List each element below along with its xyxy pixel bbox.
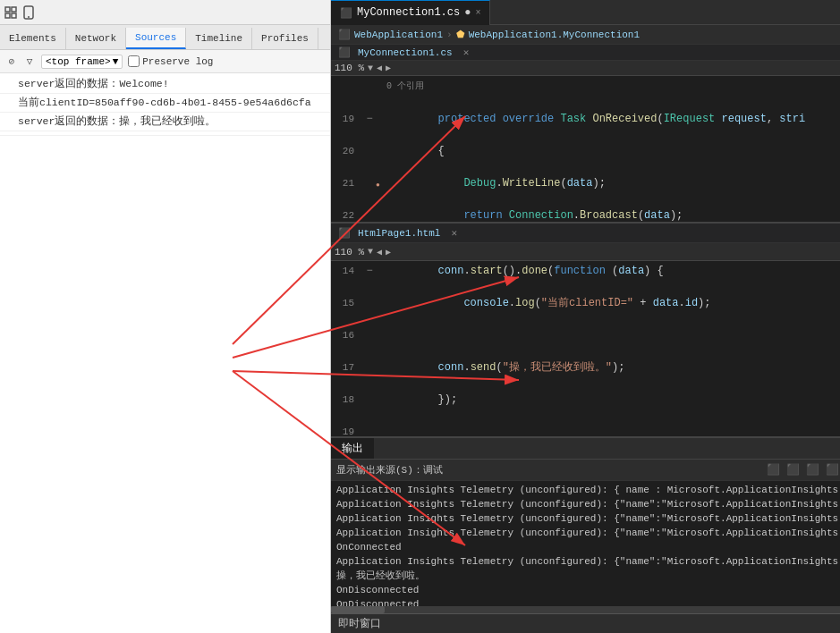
output-line: OnDisconnected	[336, 597, 840, 606]
code-scroll-top[interactable]: 0 个引用 19− protected override Task OnRece…	[331, 76, 840, 222]
zoom-left-btn-2[interactable]: ◀	[377, 247, 382, 257]
toolbar-icon-1[interactable]: ⬛	[765, 462, 781, 478]
tab-profiles[interactable]: Profiles	[252, 28, 318, 49]
toolbar-icon-4[interactable]: ⬛	[824, 462, 840, 478]
output-panel: 输出 显示输出来源(S)：调试 ⬛ ⬛ ⬛ ⬛ ≡ ≡ Application …	[331, 436, 840, 633]
output-toolbar: 显示输出来源(S)：调试 ⬛ ⬛ ⬛ ⬛ ≡ ≡	[331, 460, 840, 481]
output-content: Application Insights Telemetry (unconfig…	[331, 481, 840, 606]
code-file-modified: ✕	[463, 46, 470, 58]
preserve-log-label: Preserve log	[128, 55, 213, 67]
toolbar-icon-2[interactable]: ⬛	[785, 462, 801, 478]
console-output: server返回的数据：Welcome! 当前clientID=850aff90…	[0, 73, 330, 633]
devtools-panel: Elements Network Sources Timeline Profil…	[0, 0, 331, 633]
devtools-toolbar	[0, 0, 330, 25]
block-icon[interactable]: ⊘	[5, 55, 18, 68]
output-tabs: 输出	[331, 438, 840, 460]
zoom-bar-top: 110 % ▼ ◀ ▶	[331, 61, 840, 76]
zoom-right-btn[interactable]: ▶	[386, 63, 391, 73]
zoom-down-btn-2[interactable]: ▼	[368, 247, 373, 257]
code-panel-top: ⬛ MyConnection1.cs ✕ 110 % ▼ ◀ ▶ 0 个引用 1…	[331, 45, 840, 224]
output-line: OnConnected	[336, 540, 840, 554]
code-file-icon-bottom: ⬛	[338, 227, 351, 239]
output-line: 操，我已经收到啦。	[336, 569, 840, 583]
zoom-right-btn-2[interactable]: ▶	[386, 247, 391, 257]
vs-breadcrumb: ⬛ WebApplication1 › ⬟ WebApplication1.My…	[331, 25, 840, 45]
code-scroll-bottom[interactable]: 14− conn.start().done(function (data) { …	[331, 261, 840, 436]
svg-rect-0	[5, 7, 10, 12]
vs-tabs-bar: ⬛ MyConnection1.cs ● ×	[331, 0, 840, 25]
output-line: Application Insights Telemetry (unconfig…	[336, 554, 840, 569]
filter-icon[interactable]: ▽	[23, 55, 36, 68]
console-line: server返回的数据：操，我已经收到啦。	[0, 113, 330, 131]
code-file-modified-bottom: ✕	[451, 227, 457, 239]
code-panel-bottom: ⬛ HtmlPage1.html ✕ 110 % ▼ ◀ ▶ 14− conn.…	[331, 224, 840, 436]
code-file-icon: ⬛	[338, 46, 351, 58]
console-line: 当前clientID=850aff90-cd6b-4b01-8455-9e54a…	[0, 94, 330, 113]
zoom-left-btn[interactable]: ◀	[377, 63, 382, 73]
output-line: OnDisconnected	[336, 583, 840, 597]
modified-dot: ●	[464, 6, 471, 19]
console-line: server返回的数据：Welcome!	[0, 75, 330, 94]
chevron-down-icon: ▼	[113, 56, 119, 67]
breadcrumb-class-icon: ⬟	[456, 29, 465, 40]
output-line: Application Insights Telemetry (unconfig…	[336, 511, 840, 526]
output-line: Application Insights Telemetry (unconfig…	[336, 483, 840, 497]
tab-sources[interactable]: Sources	[126, 28, 186, 49]
zoom-bar-bottom: 110 % ▼ ◀ ▶	[331, 243, 840, 261]
filter-bar: ⊘ ▽ <top frame> ▼ Preserve log	[0, 50, 330, 73]
vs-tab-myconnection[interactable]: ⬛ MyConnection1.cs ● ×	[331, 0, 490, 25]
svg-point-5	[28, 16, 30, 18]
mobile-icon[interactable]	[21, 5, 36, 20]
zoom-down-btn[interactable]: ▼	[368, 63, 373, 73]
tab-network[interactable]: Network	[66, 28, 126, 49]
tab-close-button[interactable]: ×	[475, 8, 480, 18]
tab-elements[interactable]: Elements	[0, 28, 66, 49]
output-tab-output[interactable]: 输出	[331, 438, 374, 459]
devtools-tabs: Elements Network Sources Timeline Profil…	[0, 25, 330, 50]
code-file-tab-bottom: ⬛ HtmlPage1.html ✕	[331, 224, 840, 243]
svg-rect-2	[5, 13, 10, 18]
frame-select[interactable]: <top frame> ▼	[41, 55, 123, 69]
svg-rect-3	[12, 13, 16, 18]
vs-panel: ⬛ MyConnection1.cs ● × ⬛ WebApplication1…	[331, 0, 840, 633]
inspect-icon[interactable]	[4, 5, 18, 20]
imm-window-label: 即时窗口	[331, 613, 840, 633]
horizontal-scrollbar[interactable]	[331, 606, 840, 613]
breadcrumb-project-icon: ⬛	[338, 29, 351, 40]
code-file-tab-top: ⬛ MyConnection1.cs ✕	[331, 45, 840, 61]
file-icon: ⬛	[340, 7, 352, 19]
svg-rect-1	[12, 7, 16, 12]
console-line-expandable[interactable]	[0, 131, 330, 136]
output-line: Application Insights Telemetry (unconfig…	[336, 526, 840, 540]
tab-timeline[interactable]: Timeline	[186, 28, 252, 49]
preserve-log-checkbox[interactable]	[128, 55, 140, 67]
output-line: Application Insights Telemetry (unconfig…	[336, 497, 840, 511]
toolbar-icon-3[interactable]: ⬛	[804, 462, 820, 478]
